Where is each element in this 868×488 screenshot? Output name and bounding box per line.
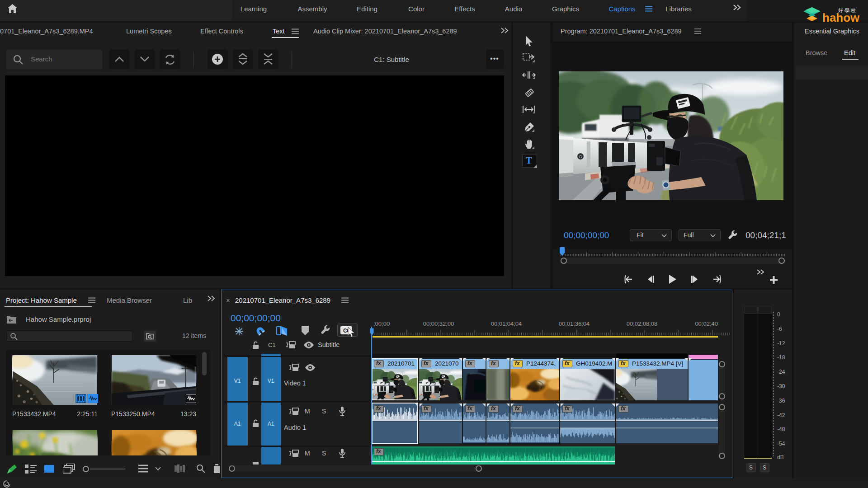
svg-text:好學校: 好學校 (838, 8, 857, 13)
svg-text:G: G (579, 155, 582, 159)
